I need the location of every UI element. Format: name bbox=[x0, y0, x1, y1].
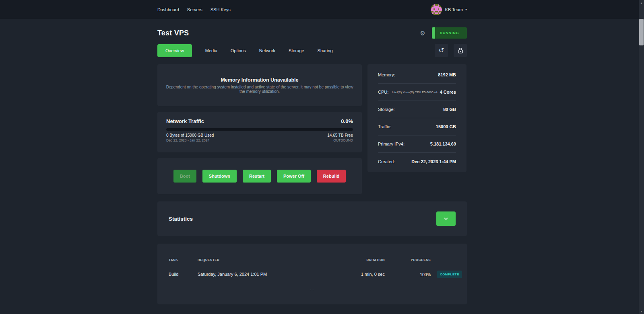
server-details-panel: Memory: 8192 MB CPU: Intel(R) Xeon(R) CP… bbox=[367, 64, 466, 172]
nav-ssh-keys[interactable]: SSH Keys bbox=[211, 7, 231, 12]
detail-row-traffic: Traffic: 15000 GB bbox=[378, 118, 456, 135]
lock-icon bbox=[458, 47, 463, 53]
memory-card-title: Memory Information Unavailable bbox=[221, 77, 298, 83]
traffic-used: 0 Bytes of 15000 GB Used bbox=[166, 133, 214, 138]
detail-row-created: Created: Dec 22, 2023 1:44 PM bbox=[378, 153, 456, 170]
scrollbar-thumb[interactable] bbox=[639, 19, 644, 45]
chevron-down-icon bbox=[444, 218, 448, 220]
traffic-free: 14.65 TB Free bbox=[327, 133, 353, 138]
network-traffic-card: Network Traffic 0.0% 0 Bytes of 15000 GB… bbox=[157, 112, 362, 152]
power-actions-card: Boot Shutdown Restart Power Off Rebuild bbox=[157, 158, 362, 194]
table-row: Build Saturday, January 6, 2024 1:01 PM … bbox=[169, 270, 456, 278]
header-requested: REQUESTED bbox=[198, 258, 324, 262]
restart-button[interactable]: Restart bbox=[243, 170, 271, 183]
tab-network[interactable]: Network bbox=[259, 44, 275, 57]
traffic-progress-bar bbox=[166, 128, 353, 131]
tab-options[interactable]: Options bbox=[231, 44, 246, 57]
detail-row-storage: Storage: 80 GB bbox=[378, 101, 456, 118]
traffic-direction: OUTBOUND bbox=[327, 138, 353, 142]
detail-row-cpu: CPU: Intel(R) Xeon(R) CPU E5-2696 v4 4 C… bbox=[378, 84, 456, 101]
header-duration: DURATION bbox=[324, 258, 385, 262]
page-header: Test VPS ⚙ RUNNING bbox=[157, 27, 467, 39]
page-title: Test VPS bbox=[157, 29, 189, 37]
nav-servers[interactable]: Servers bbox=[187, 7, 202, 12]
scroll-down-arrow[interactable]: ▼ bbox=[639, 308, 644, 314]
task-progress-percent: 100% bbox=[392, 272, 431, 277]
tabs-row: Overview Media Options Network Storage S… bbox=[157, 44, 467, 57]
shutdown-button[interactable]: Shutdown bbox=[202, 170, 237, 183]
traffic-period: Dec 22, 2023 - Jan 22, 2024 bbox=[166, 138, 214, 142]
nav-dashboard[interactable]: Dashboard bbox=[157, 7, 179, 12]
scroll-up-arrow[interactable]: ▲ bbox=[639, 0, 644, 6]
caret-down-icon: ▾ bbox=[465, 8, 467, 11]
memory-info-card: Memory Information Unavailable Dependent… bbox=[157, 64, 362, 106]
tasks-header-row: TASK REQUESTED DURATION PROGRESS bbox=[169, 258, 456, 262]
statistics-title: Statistics bbox=[169, 216, 193, 222]
refresh-icon: ↺ bbox=[439, 47, 444, 54]
main-nav: Dashboard Servers SSH Keys bbox=[157, 7, 231, 12]
boot-button[interactable]: Boot bbox=[173, 170, 196, 183]
load-more-button[interactable]: ... bbox=[310, 287, 315, 291]
power-off-button[interactable]: Power Off bbox=[277, 170, 311, 183]
team-name: KB Team bbox=[445, 7, 463, 12]
tasks-table-card: TASK REQUESTED DURATION PROGRESS Build S… bbox=[157, 244, 467, 304]
header-task: TASK bbox=[169, 258, 198, 262]
traffic-percent: 0.0% bbox=[341, 118, 353, 124]
cpu-model: Intel(R) Xeon(R) CPU E5-2696 v4 bbox=[391, 90, 437, 94]
statistics-expand-button[interactable] bbox=[436, 211, 456, 226]
top-navbar: Dashboard Servers SSH Keys bbox=[0, 0, 644, 19]
task-status-badge: COMPLETE bbox=[437, 271, 462, 278]
traffic-title: Network Traffic bbox=[166, 118, 204, 124]
lock-button[interactable] bbox=[454, 44, 467, 57]
detail-row-ipv4: Primary IPv4: 5.181.134.69 bbox=[378, 135, 456, 153]
gear-icon[interactable]: ⚙ bbox=[420, 30, 425, 36]
tab-media[interactable]: Media bbox=[205, 44, 217, 57]
task-requested: Saturday, January 6, 2024 1:01 PM bbox=[198, 272, 324, 277]
task-name: Build bbox=[169, 272, 198, 277]
status-badge: RUNNING bbox=[432, 27, 467, 39]
header-progress: PROGRESS bbox=[392, 258, 431, 262]
avatar bbox=[431, 4, 442, 15]
rebuild-button[interactable]: Rebuild bbox=[317, 170, 346, 183]
tab-overview[interactable]: Overview bbox=[157, 44, 192, 57]
tab-sharing[interactable]: Sharing bbox=[318, 44, 333, 57]
memory-card-description: Dependent on the operating system instal… bbox=[165, 85, 355, 94]
scrollbar[interactable]: ▲ ▼ bbox=[639, 0, 644, 314]
task-duration: 1 min, 0 sec bbox=[324, 272, 385, 277]
detail-row-memory: Memory: 8192 MB bbox=[378, 66, 456, 84]
tab-storage[interactable]: Storage bbox=[289, 44, 304, 57]
task-progress: 100% bbox=[392, 272, 431, 277]
refresh-button[interactable]: ↺ bbox=[435, 44, 448, 57]
user-menu[interactable]: KB Team ▾ bbox=[431, 4, 467, 15]
statistics-card: Statistics bbox=[157, 201, 467, 236]
